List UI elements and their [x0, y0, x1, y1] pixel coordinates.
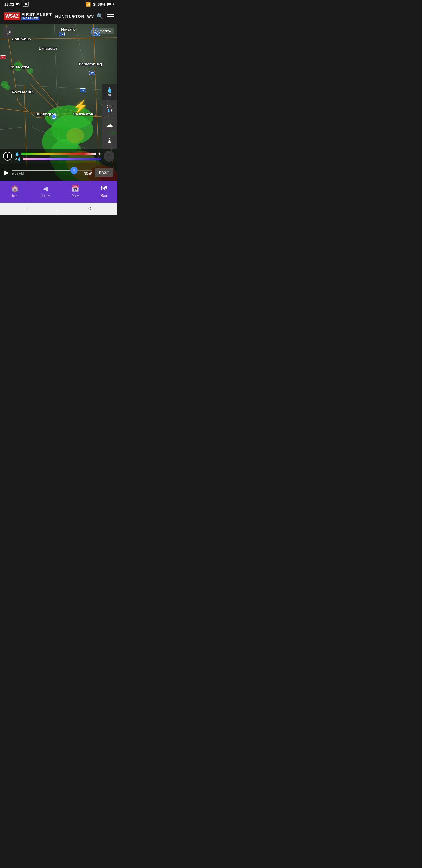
rain-snow-icon: 💧	[107, 87, 112, 93]
crosshair-icon: ⊕	[93, 30, 97, 34]
past-button[interactable]: PAST	[95, 168, 113, 177]
snow-legend-row: ❄💧	[14, 157, 101, 161]
map-container[interactable]: Newark Columbus Lancaster Chillicothe Pa…	[0, 24, 118, 181]
info-icon: i	[7, 154, 8, 158]
wifi-icon: 📶	[86, 2, 91, 7]
battery-icon	[107, 3, 113, 6]
expand-map-button[interactable]: ⤢	[3, 27, 14, 38]
legend-bar: i 💧 ❄ ❄💧 ⋮	[0, 149, 118, 163]
timeline-labels: 9:35 AM NOW	[12, 172, 92, 175]
options-icon: ⋮	[106, 153, 112, 159]
system-nav: ⦀ □ <	[0, 203, 118, 215]
daily-label: Daily	[71, 194, 78, 197]
layer-clouds-button[interactable]: ☁	[102, 117, 118, 133]
layer-temperature-button[interactable]: 🌡	[102, 133, 118, 149]
interstate-77-low: 77	[80, 88, 86, 92]
play-button[interactable]: ▶	[4, 169, 9, 176]
snow-legend-icon: ❄💧	[14, 157, 21, 161]
map-label: Map	[100, 194, 107, 197]
time-start-label: 9:35 AM	[12, 172, 24, 175]
playback-bar: ▶ ⦀ 9:35 AM NOW PAST	[0, 163, 118, 181]
24h-rain-icon: 💧❄	[107, 109, 112, 112]
nav-item-map[interactable]: 🗺 Map	[97, 183, 110, 199]
pause-bars-icon: ⦀	[73, 168, 75, 172]
home-label: Home	[10, 194, 19, 197]
my-location-button[interactable]: ⊕	[91, 28, 99, 36]
snow-gradient-bar	[23, 158, 101, 160]
play-icon: ▶	[4, 169, 9, 176]
close-icon[interactable]: ✕	[23, 2, 29, 7]
system-back-button[interactable]: <	[88, 206, 92, 212]
bottom-nav: 🏠 Home ◀ Hourly 📅 Daily 🗺 Map	[0, 181, 118, 203]
past-label: PAST	[99, 170, 109, 175]
status-temperature: 85°	[16, 2, 21, 6]
hourly-icon: ◀	[43, 185, 48, 193]
layer-rain-snow-button[interactable]: 💧 ❄	[102, 84, 118, 100]
status-right: 📶 ⊘ 69%	[86, 2, 113, 7]
hamburger-menu-icon[interactable]	[107, 14, 114, 19]
24h-label: 24h	[107, 105, 112, 108]
hourly-label: Hourly	[40, 194, 50, 197]
nav-location: HUNTINGTON, WV 🔍	[56, 13, 104, 20]
legend-content: 💧 ❄ ❄💧	[14, 151, 101, 161]
system-home-button[interactable]: □	[57, 206, 60, 212]
nav-item-hourly[interactable]: ◀ Hourly	[37, 183, 54, 199]
interstate-71: 71	[0, 56, 6, 59]
block-icon: ⊘	[93, 2, 96, 7]
timeline[interactable]: ⦀ 9:35 AM NOW	[12, 170, 92, 175]
status-time: 12:31	[4, 2, 14, 7]
location-text: HUNTINGTON, WV	[56, 14, 94, 19]
battery-percentage: 69%	[98, 2, 105, 7]
system-recents-button[interactable]: ⦀	[26, 206, 29, 212]
options-button[interactable]: ⋮	[104, 151, 115, 161]
nav-item-home[interactable]: 🏠 Home	[7, 183, 23, 199]
interstate-77-mid: 77	[89, 71, 95, 75]
layer-24h-button[interactable]: 24h 💧❄	[102, 101, 118, 116]
timeline-progress	[12, 170, 74, 171]
nav-item-daily[interactable]: 📅 Daily	[67, 183, 83, 199]
logo-container: WSAZ FIRST ALERT WEATHER	[4, 12, 52, 20]
lightning-icon: ⚡	[73, 99, 88, 114]
interstate-70: 70	[59, 32, 65, 36]
status-bar: 12:31 85° ✕ 📶 ⊘ 69%	[0, 0, 118, 8]
layer-buttons-panel: 💧 ❄ 24h 💧❄ ☁ 🌡	[102, 84, 118, 149]
rain-legend-row: 💧 ❄	[14, 151, 101, 156]
expand-icon: ⤢	[7, 30, 11, 36]
status-left: 12:31 85° ✕	[4, 2, 29, 7]
daily-icon: 📅	[71, 185, 79, 193]
thermometer-icon: 🌡	[106, 137, 113, 145]
snow-right-icon: ❄	[98, 152, 101, 156]
snow-flake-icon: ❄	[108, 93, 111, 97]
timeline-track[interactable]: ⦀	[12, 170, 92, 171]
rain-legend-icon: 💧	[14, 151, 20, 156]
top-nav: WSAZ FIRST ALERT WEATHER HUNTINGTON, WV …	[0, 8, 118, 24]
info-button[interactable]: i	[3, 152, 12, 161]
logo-firstalert: FIRST ALERT WEATHER	[21, 12, 52, 20]
home-icon: 🏠	[11, 185, 19, 193]
logo-wsaz: WSAZ	[4, 12, 20, 20]
search-icon[interactable]: 🔍	[96, 13, 103, 20]
map-icon: 🗺	[100, 185, 107, 193]
rain-gradient-bar	[21, 153, 96, 155]
mapbox-text: mapbox	[100, 29, 111, 33]
timeline-thumb[interactable]: ⦀	[70, 167, 78, 174]
clouds-icon: ☁	[106, 121, 113, 129]
now-label: NOW	[84, 172, 92, 175]
